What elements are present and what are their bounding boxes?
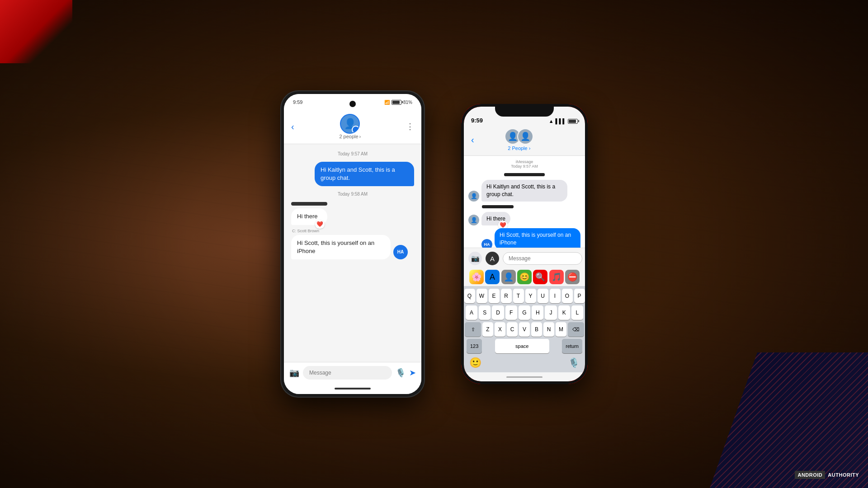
key-P[interactable]: P (574, 289, 585, 303)
android-messages-list: Today 9:57 AM Hi Kaitlyn and Scott, this… (284, 144, 421, 362)
key-Q[interactable]: Q (464, 289, 475, 303)
android-sender-label: C: Scott Brown (291, 229, 408, 233)
key-S[interactable]: S (479, 305, 491, 320)
key-123[interactable]: 123 (467, 339, 482, 353)
android-input-bar: 📷 🎙️ ➤ (284, 362, 421, 383)
android-send-btn[interactable]: ➤ (409, 368, 416, 378)
iphone-bubble-received-1: Hi Kaitlyn and Scott, this is a group ch… (481, 180, 567, 202)
key-N[interactable]: N (543, 322, 554, 337)
android-camera-btn[interactable]: 📷 (289, 368, 299, 378)
android-back-button[interactable]: ‹ (291, 122, 294, 132)
no-icon[interactable]: ⛔ (565, 270, 580, 284)
key-return[interactable]: return (562, 339, 582, 353)
key-backspace[interactable]: ⌫ (568, 322, 584, 337)
android-message-input[interactable] (303, 366, 392, 380)
iphone-apps-row: 🌸 A 👤 😊 🔍 🎵 ⛔ (464, 268, 585, 286)
key-C[interactable]: C (507, 322, 518, 337)
android-message-received-2: C: Scott Brown Hi Scott, this is yoursel… (291, 229, 414, 259)
iphone-redacted-bar-1 (468, 173, 580, 176)
kb-row-2: A S D F G H J K L (466, 305, 583, 320)
imessage-service-label: iMessage Today 9:57 AM (468, 160, 580, 169)
android-bubble-received-1: Hi there ❤️ (291, 208, 327, 225)
iphone-input-row: 📷 A 🎙️ (464, 248, 585, 268)
wifi-icon: 📶 (384, 100, 390, 105)
app-icon-5[interactable]: 🔍 (533, 270, 547, 284)
android-status-icons: 📶 81% (384, 100, 412, 105)
key-Z[interactable]: Z (482, 322, 493, 337)
iphone-camera-btn[interactable]: 📷 (468, 252, 482, 265)
iphone: 9:59 ▲ ▌▌▌ ‹ 👤 👤 (461, 104, 588, 384)
key-Y[interactable]: Y (525, 289, 536, 303)
iphone-avatar-2: 👤 (517, 128, 533, 145)
iphone-signal-icon: ▌▌▌ (556, 118, 566, 124)
android-message-sent-1: Hi Kaitlyn and Scott, this is a group ch… (291, 162, 414, 186)
key-mic[interactable]: 🎙️ (568, 357, 580, 368)
android-timestamp-1: Today 9:57 AM (291, 151, 414, 156)
key-V[interactable]: V (519, 322, 530, 337)
key-H[interactable]: H (532, 305, 543, 320)
iphone-back-button[interactable]: ‹ (471, 135, 474, 145)
android-contact-name[interactable]: 2 people › (339, 134, 361, 139)
iphone-bubble-sent-1: Hi Scott, this is yourself on an iPhone (495, 228, 580, 248)
android-bubble-received-2: Hi Scott, this is yourself on an iPhone (291, 235, 391, 259)
iphone-battery-fill (569, 120, 576, 123)
key-M[interactable]: M (556, 322, 566, 337)
iphone-appstore-btn[interactable]: A (486, 252, 499, 265)
android-avatar-badge (352, 126, 360, 134)
battery-indicator (392, 100, 401, 105)
iphone-message-received-1: 👤 Hi Kaitlyn and Scott, this is a group … (468, 180, 580, 202)
iphone-redacted-bar-2 (482, 205, 580, 208)
key-O[interactable]: O (562, 289, 573, 303)
memoji-icon[interactable]: 😊 (517, 270, 532, 284)
kb-row-1: Q W E R T Y U I O P (466, 289, 583, 303)
iphone-message-sent-1: HA Hi Scott, this is yourself on an iPho… (468, 228, 580, 248)
iphone-toolbar: 📷 A 🎙️ 🌸 A 👤 😊 🔍 🎵 ⛔ (464, 248, 585, 372)
android-more-button[interactable]: ⋮ (406, 122, 414, 131)
key-emoji[interactable]: 🙂 (469, 357, 481, 369)
iphone-people-label[interactable]: 2 People › (508, 145, 530, 151)
android-camera-dot (349, 101, 356, 107)
iphone-wifi-icon: ▲ (549, 118, 554, 124)
iphone-battery (568, 119, 578, 124)
scott-avatar-badge: HA (393, 245, 408, 259)
android-time: 9:59 (293, 99, 302, 105)
phones-container: 9:59 📶 81% ‹ 👤 (0, 0, 868, 488)
iphone-header-center: 👤 👤 2 People › (505, 128, 533, 151)
key-R[interactable]: R (501, 289, 512, 303)
contacts-icon[interactable]: 👤 (501, 270, 516, 284)
photos-app-icon[interactable]: 🌸 (469, 270, 484, 284)
key-G[interactable]: G (519, 305, 530, 320)
android-bubble-sent-1: Hi Kaitlyn and Scott, this is a group ch… (315, 162, 414, 186)
iphone-message-received-2: 👤 Hi there ❤️ (468, 212, 580, 226)
iphone-header: ‹ 👤 👤 2 People › (464, 127, 585, 156)
key-E[interactable]: E (489, 289, 500, 303)
android-message-received-1: Hi there ❤️ (291, 202, 414, 225)
key-space[interactable]: space (495, 339, 549, 353)
iphone-bubble-received-2: Hi there ❤️ (481, 212, 510, 226)
chevron-right-icon: › (359, 134, 361, 139)
watermark: ANDROID AUTHORITY (795, 471, 859, 479)
key-U[interactable]: U (538, 289, 548, 303)
key-J[interactable]: J (545, 305, 557, 320)
iphone-keyboard: Q W E R T Y U I O P A S D (464, 286, 585, 372)
key-T[interactable]: T (513, 289, 524, 303)
watermark-android: ANDROID (795, 471, 825, 479)
key-shift[interactable]: ⇧ (465, 322, 481, 337)
android-screen: 9:59 📶 81% ‹ 👤 (284, 94, 421, 394)
key-K[interactable]: K (558, 305, 570, 320)
android-voice-btn[interactable]: 🎙️ (396, 368, 406, 378)
key-L[interactable]: L (571, 305, 583, 320)
iphone-sender-avatar-me: HA (481, 239, 492, 248)
key-X[interactable]: X (495, 322, 505, 337)
key-B[interactable]: B (531, 322, 542, 337)
key-D[interactable]: D (492, 305, 504, 320)
key-A[interactable]: A (466, 305, 477, 320)
music-icon[interactable]: 🎵 (549, 270, 564, 284)
key-I[interactable]: I (550, 289, 561, 303)
iphone-screen: 9:59 ▲ ▌▌▌ ‹ 👤 👤 (464, 107, 585, 381)
iphone-message-input[interactable] (503, 252, 582, 265)
key-W[interactable]: W (476, 289, 487, 303)
appstore-icon[interactable]: A (485, 270, 500, 284)
iphone-sender-avatar-1: 👤 (468, 191, 479, 202)
key-F[interactable]: F (505, 305, 517, 320)
